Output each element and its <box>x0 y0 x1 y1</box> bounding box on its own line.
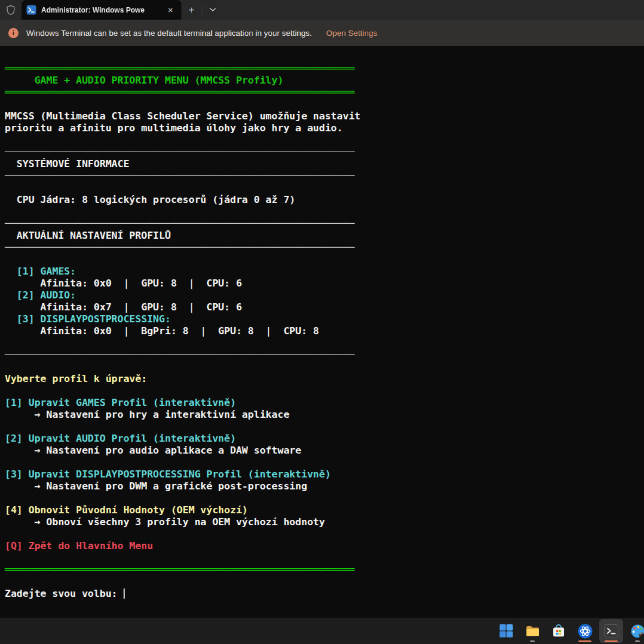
terminal-line: Afinita: 0x0 | BgPri: 8 | GPU: 8 | CPU: … <box>5 325 639 337</box>
battle-net-icon <box>577 623 593 639</box>
microsoft-store-icon <box>551 623 566 639</box>
terminal-line <box>5 576 639 588</box>
terminal-line <box>5 134 639 146</box>
new-tab-button[interactable]: + <box>181 0 202 20</box>
terminal-line: SYSTÉMOVÉ INFORMACE <box>5 158 639 170</box>
terminal-line: → Nastavení pro DWM a grafické post-proc… <box>5 480 639 492</box>
terminal-line <box>5 206 639 218</box>
file-explorer-icon <box>525 623 541 639</box>
attention-indicator <box>578 640 591 642</box>
terminal-line <box>5 385 639 397</box>
powershell-icon <box>26 5 36 15</box>
terminal-line: GAME + AUDIO PRIORITY MENU (MMCSS Profil… <box>5 75 639 87</box>
terminal-line <box>5 528 639 540</box>
admin-shield-icon <box>0 0 21 20</box>
paint-icon <box>630 623 644 639</box>
tab-title: Administrator: Windows Powe <box>41 6 164 14</box>
paint-button[interactable] <box>625 619 644 643</box>
chevron-down-icon <box>209 8 216 12</box>
terminal-line <box>5 254 639 266</box>
terminal-line: MMCSS (Multimedia Class Scheduler Servic… <box>5 110 639 122</box>
terminal-line: Afinita: 0x7 | GPU: 8 | CPU: 6 <box>5 301 639 313</box>
active-indicator <box>605 640 618 642</box>
start-button[interactable] <box>494 619 518 643</box>
terminal-line <box>5 457 639 469</box>
terminal-line: prioritu a afinitu pro multimedia úlohy … <box>5 122 639 134</box>
terminal-line: AKTUÁLNÍ NASTAVENÍ PROFILŮ <box>5 230 639 242</box>
info-icon: i <box>8 28 19 38</box>
microsoft-store-button[interactable] <box>547 619 571 643</box>
terminal-line: ════════════════════════════════════════… <box>5 564 639 576</box>
terminal-line: ────────────────────────────────────────… <box>5 170 639 182</box>
terminal-line: Afinita: 0x0 | GPU: 8 | CPU: 6 <box>5 278 639 289</box>
terminal-line: ────────────────────────────────────────… <box>5 146 639 158</box>
terminal-line <box>5 421 639 433</box>
terminal-line: CPU Jádra: 8 logických procesorů (jádra … <box>5 194 639 206</box>
terminal-line: [1] Upravit GAMES Profil (interaktivně) <box>5 397 639 409</box>
windows-terminal-icon <box>603 623 619 639</box>
titlebar: Administrator: Windows Powe × + <box>0 0 644 20</box>
terminal-line: [2] AUDIO: <box>5 289 639 301</box>
terminal-line <box>5 361 639 373</box>
default-terminal-banner: i Windows Terminal can be set as the def… <box>0 20 644 46</box>
terminal-line: [3] Upravit DISPLAYPOSTPROCESSING Profil… <box>5 469 639 480</box>
terminal-line <box>5 337 639 349</box>
file-explorer-button[interactable] <box>520 619 544 643</box>
text-cursor <box>124 588 125 599</box>
running-indicator <box>635 640 640 642</box>
tab-powershell[interactable]: Administrator: Windows Powe × <box>21 0 181 20</box>
terminal-line: → Nastavení pro hry a interaktivní aplik… <box>5 409 639 421</box>
terminal-line: [1] GAMES: <box>5 266 639 278</box>
terminal-line: [Q] Zpět do Hlavního Menu <box>5 540 639 552</box>
terminal-line <box>5 492 639 504</box>
terminal-line: [2] Upravit AUDIO Profil (interaktivně) <box>5 433 639 445</box>
terminal-line: Vyberte profil k úpravě: <box>5 373 639 385</box>
tab-close-icon[interactable]: × <box>164 4 177 16</box>
banner-message: Windows Terminal can be set as the defau… <box>26 29 312 38</box>
terminal-line: ════════════════════════════════════════… <box>5 87 639 98</box>
terminal-line: → Nastavení pro audio aplikace a DAW sof… <box>5 445 639 457</box>
windows-start-icon <box>498 623 514 639</box>
terminal-line: ────────────────────────────────────────… <box>5 242 639 254</box>
terminal-line <box>5 98 639 110</box>
terminal-line: → Obnoví všechny 3 profily na OEM výchoz… <box>5 516 639 528</box>
terminal-line: ════════════════════════════════════════… <box>5 63 639 75</box>
running-indicator <box>530 640 535 642</box>
terminal-line: [4] Obnovit Původní Hodnoty (OEM výchozí… <box>5 504 639 516</box>
terminal-line <box>5 182 639 194</box>
open-settings-link[interactable]: Open Settings <box>326 29 378 38</box>
taskbar <box>0 618 644 644</box>
terminal-output[interactable]: ════════════════════════════════════════… <box>0 46 644 618</box>
terminal-line: ────────────────────────────────────────… <box>5 218 639 230</box>
terminal-line <box>5 552 639 564</box>
terminal-line: Zadejte svou volbu: <box>5 588 639 600</box>
tab-dropdown-button[interactable] <box>202 0 223 20</box>
battle-net-button[interactable] <box>573 619 597 643</box>
screen: Administrator: Windows Powe × + i Window… <box>0 0 644 644</box>
terminal-line: [3] DISPLAYPOSTPROCESSING: <box>5 313 639 325</box>
taskbar-icons <box>494 619 644 643</box>
terminal-line: ────────────────────────────────────────… <box>5 349 639 361</box>
windows-terminal-button[interactable] <box>599 619 623 643</box>
